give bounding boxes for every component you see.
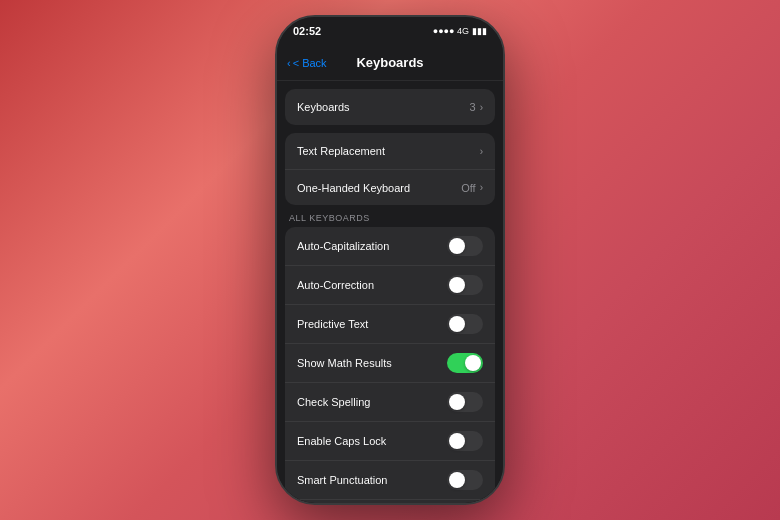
show-math-results-toggle[interactable] — [447, 353, 483, 373]
signal-icon: ●●●● 4G — [433, 26, 469, 36]
section-header-all-keyboards: ALL KEYBOARDS — [277, 205, 503, 227]
one-handed-value: Off — [461, 182, 475, 194]
text-replacement-chevron-icon: › — [480, 146, 483, 157]
text-replacement-label: Text Replacement — [297, 145, 385, 157]
check-spelling-row: Check Spelling — [285, 382, 495, 421]
predictive-text-label: Predictive Text — [297, 318, 368, 330]
back-label: < Back — [293, 57, 327, 69]
keyboards-chevron-icon: › — [480, 102, 483, 113]
predictive-text-row: Predictive Text — [285, 304, 495, 343]
auto-capitalization-toggle[interactable] — [447, 236, 483, 256]
text-replacement-row[interactable]: Text Replacement › — [285, 133, 495, 169]
phone-frame: 02:52 ●●●● 4G ▮▮▮ ‹ < Back Keyboards Key… — [275, 15, 505, 505]
show-math-results-label: Show Math Results — [297, 357, 392, 369]
status-icons: ●●●● 4G ▮▮▮ — [433, 26, 487, 36]
status-bar: 02:52 ●●●● 4G ▮▮▮ — [277, 17, 503, 45]
text-replacement-right: › — [480, 146, 483, 157]
one-handed-label: One-Handed Keyboard — [297, 182, 410, 194]
back-button[interactable]: ‹ < Back — [287, 57, 327, 69]
status-time: 02:52 — [293, 25, 321, 37]
back-chevron-icon: ‹ — [287, 57, 291, 69]
enable-caps-lock-label: Enable Caps Lock — [297, 435, 386, 447]
smart-punctuation-row: Smart Punctuation — [285, 460, 495, 499]
enable-caps-lock-row: Enable Caps Lock — [285, 421, 495, 460]
one-handed-right: Off › — [461, 182, 483, 194]
auto-capitalization-label: Auto-Capitalization — [297, 240, 389, 252]
smart-punctuation-label: Smart Punctuation — [297, 474, 388, 486]
auto-correction-toggle[interactable] — [447, 275, 483, 295]
auto-correction-label: Auto-Correction — [297, 279, 374, 291]
one-handed-row[interactable]: One-Handed Keyboard Off › — [285, 169, 495, 205]
check-spelling-label: Check Spelling — [297, 396, 370, 408]
smart-punctuation-toggle[interactable] — [447, 470, 483, 490]
check-spelling-toggle[interactable] — [447, 392, 483, 412]
nav-bar: ‹ < Back Keyboards — [277, 45, 503, 81]
page-title: Keyboards — [356, 55, 423, 70]
show-math-results-row: Show Math Results — [285, 343, 495, 382]
predictive-text-toggle[interactable] — [447, 314, 483, 334]
keyboards-row[interactable]: Keyboards 3 › — [285, 89, 495, 125]
auto-correction-row: Auto-Correction — [285, 265, 495, 304]
enable-caps-lock-toggle[interactable] — [447, 431, 483, 451]
one-handed-chevron-icon: › — [480, 182, 483, 193]
auto-capitalization-row: Auto-Capitalization — [285, 227, 495, 265]
all-keyboards-card: Auto-Capitalization Auto-Correction Pred… — [285, 227, 495, 503]
keyboards-card: Keyboards 3 › — [285, 89, 495, 125]
slide-to-type-row: Slide to Type — [285, 499, 495, 503]
battery-icon: ▮▮▮ — [472, 26, 487, 36]
keyboards-count: 3 — [470, 101, 476, 113]
content: Keyboards 3 › Text Replacement › One-Han… — [277, 81, 503, 503]
misc-card: Text Replacement › One-Handed Keyboard O… — [285, 133, 495, 205]
keyboards-label: Keyboards — [297, 101, 350, 113]
keyboards-right: 3 › — [470, 101, 483, 113]
